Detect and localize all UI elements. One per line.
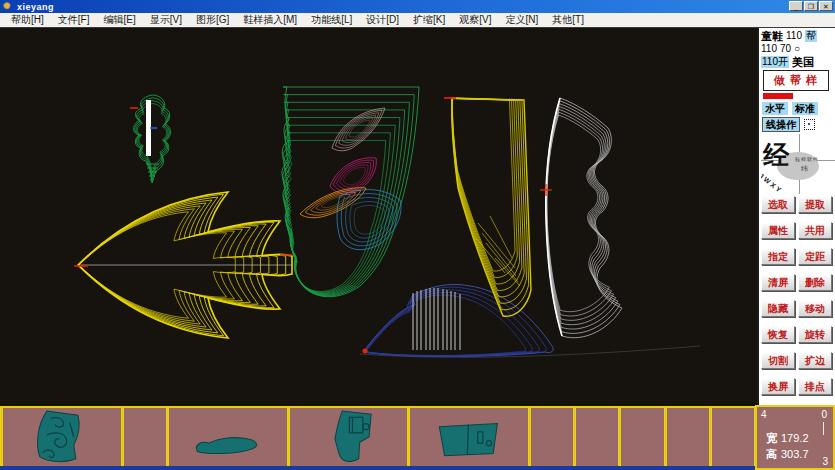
logo-main-character: 经	[763, 138, 789, 173]
horizontal-toggle[interactable]: 水平	[762, 102, 788, 115]
width-value: 179.2	[781, 432, 809, 444]
tool-button-grid: 选取 提取 属性 共用 指定 定距 清屏 删除 隐藏 移动 恢复 旋转 切割 扩…	[761, 196, 834, 395]
logo-sub-character: 纬	[801, 164, 808, 174]
menu-edit[interactable]: 编辑[E]	[96, 13, 142, 27]
size-value: 110	[786, 30, 802, 42]
menu-observe[interactable]: 观察[V]	[452, 13, 498, 27]
width-readout: 宽179.2	[766, 431, 809, 446]
menu-help[interactable]: 帮助[H]	[4, 13, 51, 27]
menu-insert-pattern[interactable]: 鞋样插入[M]	[236, 13, 304, 27]
assign-button[interactable]: 指定	[761, 248, 795, 265]
red-progress-bar	[763, 93, 793, 99]
fixed-distance-button[interactable]: 定距	[798, 248, 832, 265]
thumbnail-cell-empty-6[interactable]	[709, 408, 757, 466]
expand-edge-button[interactable]: 扩边	[798, 352, 832, 369]
pattern-piece-yellow-vamp[interactable]	[74, 192, 292, 338]
delete-button[interactable]: 删除	[798, 274, 832, 291]
thumbnail-cell-empty-3[interactable]	[573, 408, 618, 466]
product-type-label: 童鞋	[761, 30, 783, 42]
move-button[interactable]: 移动	[798, 300, 832, 317]
thumbnail-cell-sole-profile[interactable]	[166, 408, 287, 466]
part-label[interactable]: 帮	[805, 30, 817, 42]
menu-other[interactable]: 其他[T]	[545, 13, 591, 27]
pattern-piece-blue[interactable]	[337, 190, 401, 250]
minimize-button[interactable]: _	[789, 1, 803, 11]
status-count-right: 0	[821, 409, 827, 420]
switch-screen-button[interactable]: 换屏	[761, 378, 795, 395]
width-label: 宽	[766, 432, 777, 444]
spec-row-1: 童鞋 110 帮	[761, 30, 834, 42]
cut-button[interactable]: 切割	[761, 352, 795, 369]
thumbnail-cell-empty-2[interactable]	[528, 408, 573, 466]
rotate-button[interactable]: 旋转	[798, 326, 832, 343]
menu-scale[interactable]: 扩缩[K]	[406, 13, 452, 27]
height-readout: 高303.7	[766, 447, 809, 462]
height-label: 高	[766, 448, 777, 460]
line-operation-toggle[interactable]: 线操作	[762, 117, 800, 132]
brand-logo: 经 鞋样软件 纬 JWXY	[761, 134, 835, 194]
app-icon: ✺	[3, 1, 14, 12]
title-bar: ✺ xieyang _ ❐ ✕	[0, 0, 835, 13]
menu-design[interactable]: 设计[D]	[359, 13, 406, 27]
restore-button-tool[interactable]: 恢复	[761, 326, 795, 343]
status-panel: 4 0 宽179.2 高303.7 3	[755, 405, 835, 470]
size-value-3: 70	[780, 43, 791, 55]
arrange-points-button[interactable]: 排点	[798, 378, 832, 395]
menu-bar: 帮助[H] 文件[F] 编辑[E] 显示[V] 图形[G] 鞋样插入[M] 功能…	[0, 13, 835, 28]
menu-view[interactable]: 显示[V]	[143, 13, 189, 27]
bottom-window-edge	[0, 466, 757, 470]
hide-button[interactable]: 隐藏	[761, 300, 795, 317]
region-label: 美国	[792, 56, 814, 68]
make-upper-pattern-button[interactable]: 做 帮 样	[763, 70, 829, 91]
select-button[interactable]: 选取	[761, 196, 795, 213]
menu-define[interactable]: 定义[N]	[499, 13, 546, 27]
menu-function-line[interactable]: 功能线[L]	[304, 13, 359, 27]
pattern-piece-pink-mesh[interactable]	[332, 108, 385, 151]
height-value: 303.7	[781, 448, 809, 460]
circle-icon[interactable]: ○	[794, 43, 800, 55]
pattern-piece-yellow-shaft[interactable]	[444, 98, 531, 316]
tool-panel: 童鞋 110 帮 110 70 ○ 110开 美国 做 帮 样 水平 标准 线操…	[757, 28, 835, 405]
thumbnail-cell-empty-4[interactable]	[618, 408, 663, 466]
share-button[interactable]: 共用	[798, 222, 832, 239]
thumbnail-cell-vamp-panel[interactable]	[407, 408, 528, 466]
logo-letters: JWXY	[761, 172, 784, 194]
logo-small-text: 鞋样软件	[795, 156, 819, 162]
drawing-canvas[interactable]	[0, 28, 757, 406]
window-controls: _ ❐ ✕	[789, 1, 833, 11]
thumbnail-strip	[0, 406, 757, 466]
pattern-piece-magenta[interactable]	[330, 158, 376, 195]
restore-button[interactable]: ❐	[804, 1, 818, 11]
pattern-piece-green-collar[interactable]	[130, 95, 171, 183]
menu-file[interactable]: 文件[F]	[51, 13, 97, 27]
pattern-piece-white-crescent[interactable]	[540, 98, 622, 338]
status-count-bottom: 3	[822, 456, 828, 467]
thumbnail-cell-empty-5[interactable]	[664, 408, 709, 466]
menu-graphics[interactable]: 图形[G]	[189, 13, 236, 27]
size-system-value[interactable]: 110开	[761, 56, 789, 68]
thumbnail-cell-empty-1[interactable]	[121, 408, 166, 466]
thumbnail-cell-boot-shaft[interactable]	[287, 408, 408, 466]
window-title: xieyang	[17, 2, 54, 12]
toggle-row-2: 线操作	[762, 117, 834, 132]
selection-marquee-icon	[804, 119, 815, 130]
spec-row-2: 110 70 ○	[761, 43, 834, 55]
toggle-row-1: 水平 标准	[762, 102, 834, 115]
size-value-2: 110	[761, 43, 777, 55]
clear-screen-button[interactable]: 清屏	[761, 274, 795, 291]
status-count-left: 4	[761, 409, 767, 420]
thumbnail-cell-decorated-quarter[interactable]	[0, 408, 121, 466]
properties-button[interactable]: 属性	[761, 222, 795, 239]
close-button[interactable]: ✕	[819, 1, 833, 11]
standard-toggle[interactable]: 标准	[792, 102, 818, 115]
status-tick-mark	[823, 422, 824, 435]
extract-button[interactable]: 提取	[798, 196, 832, 213]
spec-row-3: 110开 美国	[761, 56, 834, 68]
